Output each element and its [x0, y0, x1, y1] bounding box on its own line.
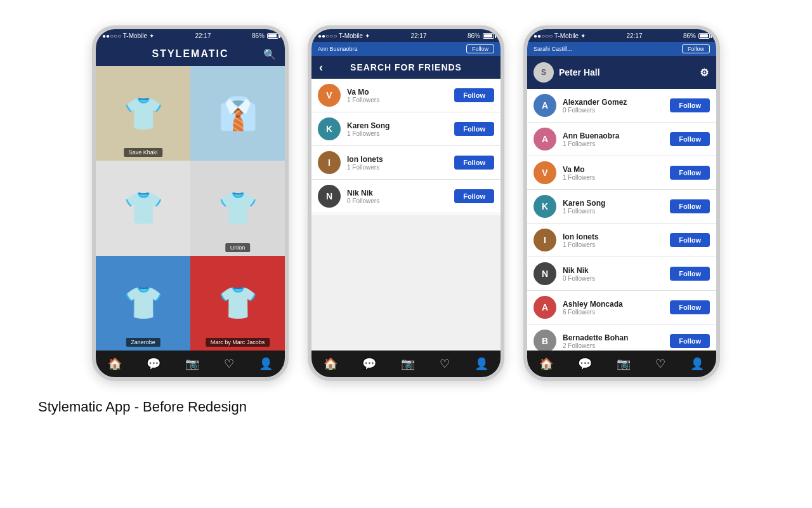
phone-search-friends: ●●○○○ T-Mobile ✦ 22:17 86% Ann Buenaobra… [308, 25, 504, 381]
nav-heart[interactable]: ♡ [224, 357, 234, 371]
friend-followers: 1 Followers [347, 164, 448, 171]
friend-name: Ann Buenaobra [563, 131, 664, 140]
phones-row: ●●○○○ T-Mobile ✦ 22:17 86% STYLEMATIC 🔍 … [92, 25, 720, 381]
friend-info: Nik Nik0 Followers [347, 189, 448, 204]
friend-info: Ann Buenaobra1 Followers [563, 131, 664, 147]
settings-icon[interactable]: ⚙ [700, 67, 709, 79]
profile-header: S Peter Hall ⚙ [527, 56, 716, 89]
friend-avatar: N [318, 185, 341, 208]
friend-followers: 1 Followers [563, 140, 664, 147]
clothing-grid: 👕 Save Khaki 👔 👕 👕 Union 👕 Zanerobe 👕 [96, 66, 285, 351]
nav-camera[interactable]: 📷 [185, 357, 199, 371]
friend-item: AAnn Buenaobra1 FollowersFollow [527, 123, 716, 156]
nav-heart-3[interactable]: ♡ [655, 357, 665, 371]
nav-home[interactable]: 🏠 [108, 357, 122, 371]
friend-name: Ion Ionets [347, 155, 448, 164]
friend-name: Nik Nik [563, 266, 664, 275]
clothing-figure: 👕 [96, 66, 190, 161]
friend-info: Ion Ionets1 Followers [347, 155, 448, 171]
search-title: SEARCH FOR FRIENDS [350, 62, 462, 72]
friend-avatar: V [534, 161, 556, 184]
friend-info: Karen Song1 Followers [563, 199, 664, 215]
friend-info: Bernadette Bohan2 Followers [563, 333, 664, 349]
nav-home-3[interactable]: 🏠 [539, 357, 553, 371]
follow-button[interactable]: Follow [670, 166, 710, 180]
friend-avatar: I [534, 229, 556, 251]
bottom-nav-2: 🏠 💬 📷 ♡ 👤 [311, 351, 501, 377]
follow-button[interactable]: Follow [670, 233, 710, 247]
search-icon[interactable]: 🔍 [263, 48, 277, 60]
friend-info: Alexander Gomez0 Followers [563, 98, 664, 114]
battery-icon-3 [698, 33, 710, 39]
bottom-nav-3: 🏠 💬 📷 ♡ 👤 [527, 351, 716, 377]
follow-button[interactable]: Follow [670, 199, 710, 213]
friend-followers: 0 Followers [563, 107, 664, 114]
follow-button[interactable]: Follow [670, 132, 710, 146]
grid-item-3: 👕 Union [190, 161, 285, 255]
follow-button[interactable]: Follow [454, 156, 494, 170]
item-label-0: Save Khaki [124, 148, 163, 157]
clothing-figure: 👕 [96, 256, 190, 351]
friend-info: Nik Nik0 Followers [563, 266, 664, 282]
item-label-4: Zanerobe [126, 338, 160, 347]
bottom-nav-1: 🏠 💬 📷 ♡ 👤 [96, 351, 285, 377]
search-header: ‹ SEARCH FOR FRIENDS [311, 56, 501, 79]
grid-item-4: 👕 Zanerobe [96, 256, 190, 351]
follow-button[interactable]: Follow [670, 98, 710, 112]
status-bar-2: ●●○○○ T-Mobile ✦ 22:17 86% [311, 29, 501, 42]
friend-avatar: V [318, 84, 341, 107]
friend-avatar: I [318, 151, 341, 174]
nav-profile-3[interactable]: 👤 [690, 357, 704, 371]
follow-button[interactable]: Follow [454, 88, 494, 102]
clothing-figure: 👕 [96, 161, 190, 255]
friend-item: AAshley Moncada6 FollowersFollow [527, 291, 716, 324]
nav-heart-2[interactable]: ♡ [440, 357, 450, 371]
friend-avatar: K [318, 117, 341, 140]
item-label-5: Marc by Marc Jacobs [206, 338, 270, 347]
back-button[interactable]: ‹ [319, 61, 324, 74]
friend-item: NNik Nik0 FollowersFollow [311, 180, 501, 213]
nav-chat[interactable]: 💬 [147, 357, 160, 371]
friend-info: Karen Song1 Followers [347, 121, 448, 137]
nav-home-2[interactable]: 🏠 [324, 357, 337, 371]
nav-chat-3[interactable]: 💬 [578, 357, 592, 371]
follow-button[interactable]: Follow [454, 189, 494, 203]
friend-item: AAlexander Gomez0 FollowersFollow [527, 89, 716, 123]
status-bar-3: ●●○○○ T-Mobile ✦ 22:17 86% [527, 29, 716, 42]
item-label-3: Union [225, 243, 251, 252]
phone-peter-hall: ●●○○○ T-Mobile ✦ 22:17 86% Sarahi Castil… [523, 25, 720, 381]
friend-info: Va Mo1 Followers [347, 88, 448, 104]
nav-chat-2[interactable]: 💬 [362, 357, 376, 371]
nav-camera-2[interactable]: 📷 [401, 357, 415, 371]
friend-name: Bernadette Bohan [563, 333, 664, 342]
friend-name: Nik Nik [347, 189, 448, 197]
friend-name: Karen Song [563, 199, 664, 208]
friend-info: Ion Ionets1 Followers [563, 232, 664, 248]
battery-icon [267, 33, 278, 39]
battery-icon-2 [483, 33, 494, 39]
notif-follow-button[interactable]: Follow [466, 44, 494, 53]
follow-button[interactable]: Follow [670, 267, 710, 281]
friend-followers: 1 Followers [347, 97, 448, 104]
notif-name-3: Sarahi Castill... [534, 46, 572, 52]
notif-follow-button-3[interactable]: Follow [682, 44, 710, 53]
follow-button[interactable]: Follow [670, 300, 710, 314]
friend-avatar: A [534, 296, 556, 319]
friend-name: Va Mo [347, 88, 448, 97]
friend-followers: 0 Followers [563, 275, 664, 282]
nav-profile[interactable]: 👤 [259, 357, 273, 371]
nav-profile-2[interactable]: 👤 [475, 357, 488, 371]
friend-followers: 1 Followers [563, 241, 664, 248]
follow-button[interactable]: Follow [670, 334, 710, 348]
friend-avatar: K [534, 195, 556, 218]
friend-followers: 6 Followers [563, 309, 664, 316]
friend-name: Karen Song [347, 121, 448, 130]
friends-list-3: AAlexander Gomez0 FollowersFollowAAnn Bu… [527, 89, 716, 351]
nav-camera-3[interactable]: 📷 [617, 357, 631, 371]
friend-name: Ashley Moncada [563, 300, 664, 309]
friend-followers: 2 Followers [563, 342, 664, 349]
friend-item: KKaren Song1 FollowersFollow [527, 190, 716, 224]
follow-button[interactable]: Follow [454, 122, 494, 136]
friend-item: IIon Ionets1 FollowersFollow [311, 146, 501, 180]
notif-name: Ann Buenaobra [318, 46, 358, 52]
